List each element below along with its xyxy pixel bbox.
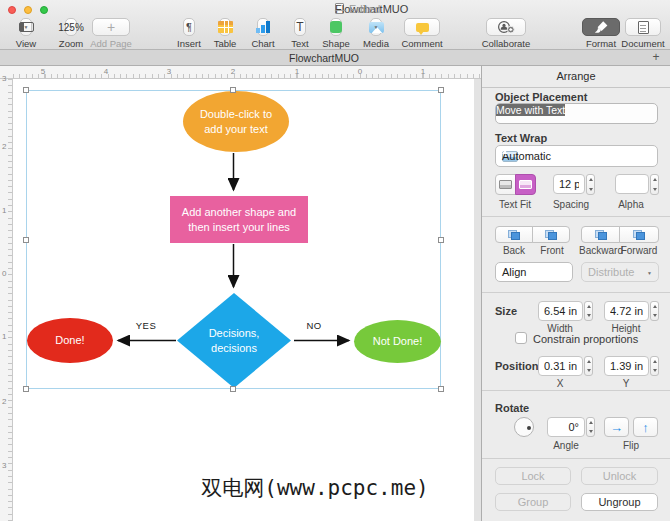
position-y-label: Y bbox=[601, 378, 651, 389]
selection-handle-top-center[interactable] bbox=[230, 87, 236, 93]
move-with-text-segment[interactable]: Move with Text bbox=[496, 104, 565, 116]
toolbar-comment-button[interactable]: Comment bbox=[395, 0, 449, 50]
toolbar-shape-button[interactable]: Shape bbox=[315, 0, 357, 50]
paintbrush-icon bbox=[594, 20, 609, 34]
send-to-back-button[interactable] bbox=[495, 226, 533, 243]
bring-to-front-button[interactable] bbox=[532, 226, 570, 243]
chevron-down-icon: ▼ bbox=[647, 271, 652, 276]
shape-text: Double-click to add your text bbox=[190, 107, 282, 136]
toolbar-add-page-button[interactable]: + Add Page bbox=[84, 0, 138, 50]
angle-input[interactable] bbox=[547, 417, 585, 437]
flowchart-process-rectangle[interactable]: Add another shape and then insert your l… bbox=[170, 196, 308, 243]
shape-icon bbox=[330, 21, 342, 33]
flip-horizontal-button[interactable]: → bbox=[604, 417, 629, 437]
text-fit-icon bbox=[499, 180, 512, 189]
flowchart-start-ellipse[interactable]: Double-click to add your text bbox=[183, 91, 289, 152]
toolbar-document-button[interactable]: Document bbox=[618, 0, 668, 50]
lock-button[interactable]: Lock bbox=[495, 467, 571, 485]
position-y-input[interactable] bbox=[604, 356, 649, 376]
selection-handle-mid-left[interactable] bbox=[23, 237, 29, 243]
text-fit-off-button[interactable] bbox=[495, 174, 516, 195]
layers-backward-icon bbox=[595, 230, 607, 240]
ruler-number: 2 bbox=[2, 142, 6, 151]
ungroup-button[interactable]: Ungroup bbox=[581, 493, 658, 511]
toolbar: FlowchartMUO — Edited ▼ View 125%▼ Zoom … bbox=[0, 0, 670, 50]
branch-label-no: NO bbox=[296, 320, 332, 331]
width-input[interactable] bbox=[538, 301, 583, 321]
ruler-number: 0 bbox=[2, 269, 6, 278]
document-sheet-icon bbox=[638, 21, 649, 34]
selection-handle-top-right[interactable] bbox=[438, 87, 444, 93]
selection-handle-bottom-right[interactable] bbox=[438, 386, 444, 392]
height-input[interactable] bbox=[604, 301, 649, 321]
add-tab-button[interactable]: + bbox=[646, 50, 666, 65]
tab-bar: FlowchartMUO + bbox=[0, 50, 670, 66]
spacing-input[interactable] bbox=[553, 174, 585, 194]
shape-text: Done! bbox=[55, 333, 84, 347]
distribute-dropdown[interactable]: Distribute ▼ bbox=[581, 262, 659, 282]
toolbar-text-button[interactable]: T Text bbox=[281, 0, 319, 50]
align-dropdown[interactable]: Align bbox=[495, 262, 573, 282]
position-x-input[interactable] bbox=[538, 356, 583, 376]
tab-arrange[interactable]: Arrange bbox=[482, 66, 670, 88]
back-label: Back bbox=[494, 245, 534, 256]
flip-horizontal-arrow-icon: → bbox=[610, 420, 623, 435]
width-stepper[interactable] bbox=[584, 301, 593, 321]
ruler-number: 2 bbox=[231, 67, 235, 76]
tab-flowchartmuo[interactable]: FlowchartMUO bbox=[0, 50, 648, 66]
text-fit-on-button[interactable] bbox=[515, 174, 536, 195]
format-inspector-panel: Arrange Object Placement Stay on Page Mo… bbox=[481, 66, 670, 521]
selection-handle-mid-right[interactable] bbox=[438, 237, 444, 243]
flip-vertical-arrow-icon: ↑ bbox=[642, 420, 649, 435]
ruler-ticks bbox=[8, 79, 12, 521]
bring-forward-button[interactable] bbox=[619, 226, 659, 243]
flowchart-not-done-ellipse[interactable]: Not Done! bbox=[354, 320, 441, 363]
alpha-label: Alpha bbox=[606, 199, 656, 210]
toolbar-format-label: Format bbox=[586, 38, 616, 49]
ruler-ticks bbox=[13, 74, 481, 78]
object-placement-segmented-control: Stay on Page Move with Text bbox=[495, 103, 658, 124]
toolbar-add-page-label: Add Page bbox=[90, 38, 132, 49]
selection-handle-bottom-center[interactable] bbox=[230, 386, 236, 392]
toolbar-chart-button[interactable]: Chart bbox=[243, 0, 283, 50]
alpha-stepper[interactable] bbox=[650, 174, 659, 195]
vertical-ruler[interactable]: 3 2 1 0 1 2 3 bbox=[0, 79, 13, 521]
chevron-down-icon: ▼ bbox=[24, 25, 29, 30]
alpha-input[interactable] bbox=[615, 174, 649, 194]
shape-text: Not Done! bbox=[373, 334, 423, 348]
shape-text: Decisions, decisions bbox=[199, 326, 269, 355]
toolbar-view-label: View bbox=[16, 38, 36, 49]
text-wrap-dropdown[interactable]: Automatic bbox=[495, 145, 658, 167]
flowchart-done-ellipse[interactable]: Done! bbox=[27, 318, 113, 363]
chevron-down-icon: ▼ bbox=[187, 25, 192, 30]
selection-handle-top-left[interactable] bbox=[23, 87, 29, 93]
toolbar-media-button[interactable]: ▼ Media bbox=[353, 0, 399, 50]
rotate-wheel[interactable] bbox=[514, 417, 534, 437]
toolbar-collaborate-label: Collaborate bbox=[482, 38, 531, 49]
horizontal-ruler[interactable]: 5 4 3 2 1 0 1 bbox=[0, 66, 481, 79]
text-fit-icon bbox=[519, 180, 532, 189]
selection-handle-bottom-left[interactable] bbox=[23, 386, 29, 392]
layers-back-icon bbox=[508, 230, 520, 240]
height-stepper[interactable] bbox=[650, 301, 659, 321]
toolbar-table-button[interactable]: Table bbox=[204, 0, 246, 50]
constrain-proportions-checkbox[interactable] bbox=[515, 332, 527, 344]
ruler-number: 5 bbox=[41, 67, 45, 76]
plus-icon: + bbox=[107, 20, 115, 34]
position-x-stepper[interactable] bbox=[584, 356, 593, 376]
group-button[interactable]: Group bbox=[495, 493, 571, 511]
ruler-number: 3 bbox=[2, 74, 6, 83]
unlock-button[interactable]: Unlock bbox=[581, 467, 658, 485]
ruler-number: 4 bbox=[104, 67, 108, 76]
object-placement-heading: Object Placement bbox=[495, 91, 587, 103]
position-y-stepper[interactable] bbox=[650, 356, 659, 376]
toolbar-collaborate-button[interactable]: Collaborate bbox=[477, 0, 535, 50]
toolbar-format-button[interactable]: Format bbox=[579, 0, 623, 50]
angle-stepper[interactable] bbox=[586, 417, 595, 437]
spacing-stepper[interactable] bbox=[586, 174, 595, 195]
toolbar-view-button[interactable]: ▼ View bbox=[6, 0, 46, 50]
flip-vertical-button[interactable]: ↑ bbox=[633, 417, 658, 437]
page-gutter bbox=[474, 79, 481, 521]
send-backward-button[interactable] bbox=[581, 226, 620, 243]
toolbar-insert-label: Insert bbox=[177, 38, 201, 49]
